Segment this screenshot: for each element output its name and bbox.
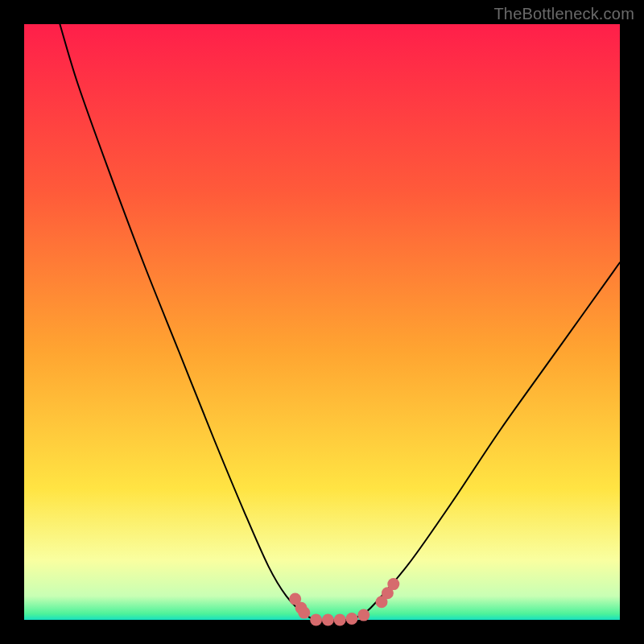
curve-marker	[322, 614, 334, 626]
chart-svg	[24, 24, 620, 620]
curve-marker	[298, 607, 310, 619]
curve-marker	[357, 609, 369, 621]
curve-markers	[289, 578, 399, 625]
watermark-label: TheBottleneck.com	[493, 5, 634, 23]
chart-frame: TheBottleneck.com	[0, 0, 644, 644]
curve-marker	[387, 578, 399, 590]
bottleneck-curve	[60, 24, 620, 621]
chart-plot-area	[24, 24, 620, 620]
curve-marker	[334, 614, 346, 626]
curve-marker	[346, 613, 358, 625]
curve-marker	[310, 614, 322, 626]
